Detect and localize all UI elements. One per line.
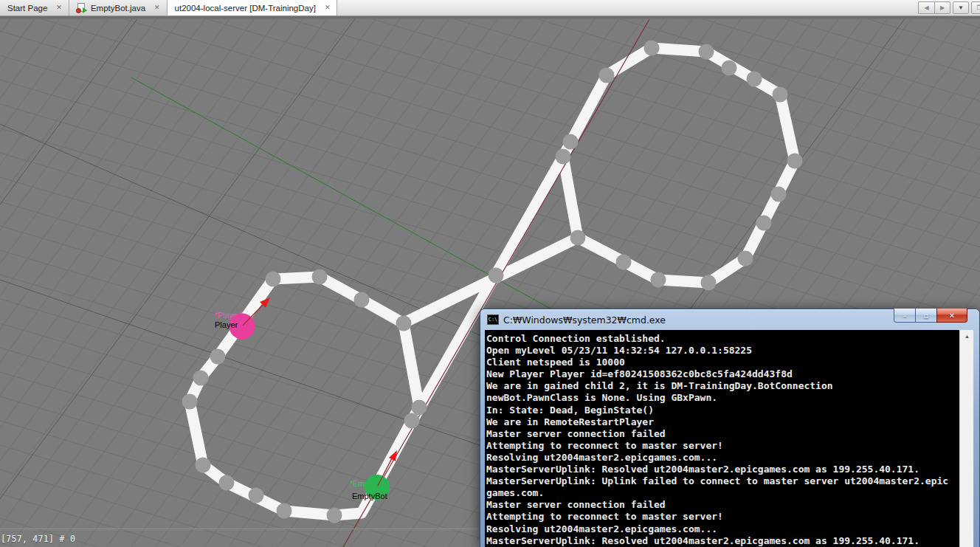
- tabs-scroll-right-button[interactable]: ▶: [934, 1, 950, 14]
- cmd-title: C:₩Windows₩system32₩cmd.exe: [503, 314, 666, 326]
- console-line: MasterServerUplink: Uplink failed to con…: [486, 475, 959, 487]
- caption-buttons: – ▫ ✕: [894, 309, 967, 323]
- nav-node[interactable]: [489, 268, 504, 283]
- nav-node[interactable]: [644, 41, 660, 56]
- nav-node[interactable]: [210, 349, 226, 365]
- nav-node[interactable]: [756, 216, 772, 231]
- console-line: Master server connection failed: [486, 428, 959, 440]
- tab-start-page[interactable]: Start Page✕: [0, 0, 69, 16]
- console-line: Attempting to reconnect to master server…: [486, 440, 959, 452]
- nav-node[interactable]: [182, 394, 198, 410]
- nav-node[interactable]: [266, 272, 281, 287]
- console-line: Master server connection failed: [486, 499, 959, 511]
- nav-node[interactable]: [412, 400, 427, 416]
- nav-node[interactable]: [738, 251, 753, 266]
- tab-close-icon[interactable]: ✕: [154, 4, 160, 11]
- nav-node[interactable]: [599, 68, 615, 83]
- minimize-button[interactable]: –: [894, 309, 916, 323]
- cmd-icon: C:\: [487, 314, 499, 325]
- cmd-client-area: Control Connection established.Open myLe…: [485, 330, 973, 547]
- console-line: MasterServerUplink: Resolved ut2004maste…: [486, 464, 959, 475]
- player-label: Player: [215, 320, 238, 329]
- scroll-up-icon[interactable]: ▲: [960, 330, 974, 343]
- nav-node[interactable]: [219, 475, 235, 491]
- tabs-scroll-left-button[interactable]: ◀: [918, 1, 934, 14]
- nav-node[interactable]: [327, 508, 342, 523]
- nav-node[interactable]: [699, 44, 714, 60]
- console-line: We are in RemoteRestartPlayer: [486, 416, 959, 428]
- nav-node[interactable]: [563, 134, 579, 150]
- console-line: New Player Player id=ef80241508362c0bc8c…: [486, 368, 959, 380]
- console-line: Control Connection established.: [486, 333, 959, 345]
- nav-node[interactable]: [404, 413, 420, 429]
- console-line: Resolving ut2004master2.epicgames.com...: [486, 452, 959, 464]
- nav-node[interactable]: [396, 316, 412, 331]
- console-scrollbar[interactable]: ▲: [959, 330, 973, 547]
- tabs-maximize-button[interactable]: ❐: [971, 1, 980, 14]
- console-line: games.com.: [486, 487, 959, 499]
- tab-close-icon[interactable]: ✕: [56, 4, 62, 11]
- bot-label: EmptyBot: [352, 492, 387, 500]
- nav-node[interactable]: [196, 458, 211, 473]
- tab-label: Start Page: [7, 4, 47, 13]
- console-line: Open myLevel 05/23/11 14:32:54 127.0.0.1…: [486, 345, 959, 357]
- tab-bar: Start Page✕EmptyBot.java✕ut2004-local-se…: [0, 0, 980, 16]
- tab-emptybot-java[interactable]: EmptyBot.java✕: [69, 0, 168, 16]
- console-line: MasterServerUplink: Resolved ut2004maste…: [486, 535, 959, 547]
- nav-node[interactable]: [771, 187, 787, 202]
- nav-node[interactable]: [277, 503, 292, 519]
- tab-scroll-controls: ◀ ▶ ▼ ❐: [918, 1, 979, 14]
- cmd-window: C:\ C:₩Windows₩system32₩cmd.exe – ▫ ✕ Co…: [480, 309, 980, 547]
- tab-label: ut2004-local-server [DM-TrainingDay]: [175, 4, 316, 13]
- console-line: newBot.PawnClass is None. Using GBxPawn.: [486, 392, 959, 404]
- nav-node[interactable]: [616, 255, 632, 270]
- tab-label: EmptyBot.java: [91, 4, 145, 13]
- tabs-dropdown-button[interactable]: ▼: [953, 1, 969, 14]
- nav-node[interactable]: [556, 149, 571, 165]
- tab-close-icon[interactable]: ✕: [325, 4, 331, 11]
- console-output: Control Connection established.Open myLe…: [486, 333, 959, 547]
- map-status-separator: [0, 529, 478, 529]
- nav-node[interactable]: [570, 230, 586, 246]
- nav-node[interactable]: [193, 371, 209, 386]
- java-file-icon: [77, 3, 86, 13]
- nav-node[interactable]: [701, 275, 717, 291]
- coords-status: [757, 471] # 0: [1, 534, 75, 544]
- nav-node[interactable]: [722, 61, 737, 76]
- app-window: *Player*Player*EmptyBot*EmptyBot [757, 4…: [0, 0, 980, 547]
- nav-node[interactable]: [249, 488, 264, 503]
- console-line: Resolving ut2004master2.epicgames.com...: [486, 523, 959, 535]
- nav-node[interactable]: [773, 87, 788, 103]
- tabbar-shadow: [0, 16, 980, 19]
- tab-ut2004-local-server-dm-trainingday[interactable]: ut2004-local-server [DM-TrainingDay]✕: [168, 0, 338, 16]
- cmd-titlebar[interactable]: C:\ C:₩Windows₩system32₩cmd.exe – ▫ ✕: [480, 309, 979, 330]
- nav-node[interactable]: [651, 272, 666, 288]
- nav-node[interactable]: [312, 269, 328, 285]
- close-button[interactable]: ✕: [936, 309, 967, 323]
- nav-node[interactable]: [354, 292, 370, 308]
- console-line: In: State: Dead, BeginState(): [486, 405, 959, 416]
- console-line: Attempting to reconnect to master server…: [486, 511, 959, 523]
- nav-node[interactable]: [787, 154, 803, 169]
- maximize-button[interactable]: ▫: [916, 309, 936, 323]
- nav-node[interactable]: [747, 72, 762, 87]
- console-line: Client netspeed is 10000: [486, 357, 959, 368]
- console-line: We are in gained child 2, it is DM-Train…: [486, 380, 959, 392]
